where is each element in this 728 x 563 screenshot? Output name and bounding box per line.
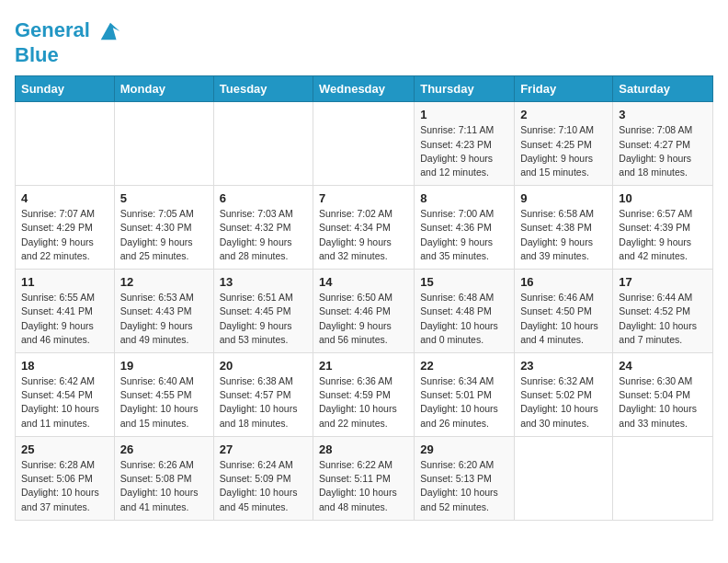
day-number: 9 — [520, 191, 607, 205]
day-number: 23 — [520, 359, 607, 373]
day-cell: 21Sunrise: 6:36 AM Sunset: 4:59 PM Dayli… — [313, 353, 415, 437]
day-cell: 2Sunrise: 7:10 AM Sunset: 4:25 PM Daylig… — [515, 102, 613, 186]
day-info: Sunrise: 7:08 AM Sunset: 4:27 PM Dayligh… — [619, 123, 707, 179]
day-number: 19 — [120, 359, 208, 373]
day-number: 12 — [120, 275, 208, 289]
weekday-monday: Monday — [114, 76, 213, 102]
day-cell: 6Sunrise: 7:03 AM Sunset: 4:32 PM Daylig… — [213, 186, 313, 270]
day-info: Sunrise: 6:32 AM Sunset: 5:02 PM Dayligh… — [520, 374, 607, 431]
day-cell: 7Sunrise: 7:02 AM Sunset: 4:34 PM Daylig… — [313, 186, 415, 270]
weekday-tuesday: Tuesday — [213, 76, 313, 102]
day-cell: 27Sunrise: 6:24 AM Sunset: 5:09 PM Dayli… — [213, 436, 313, 520]
weekday-sunday: Sunday — [16, 76, 115, 102]
day-info: Sunrise: 7:10 AM Sunset: 4:25 PM Dayligh… — [520, 123, 607, 179]
day-number: 14 — [319, 275, 408, 289]
day-number: 10 — [619, 191, 707, 205]
day-number: 11 — [21, 275, 108, 289]
day-info: Sunrise: 6:48 AM Sunset: 4:48 PM Dayligh… — [420, 291, 508, 347]
weekday-header-row: SundayMondayTuesdayWednesdayThursdayFrid… — [16, 76, 713, 102]
week-row-3: 18Sunrise: 6:42 AM Sunset: 4:54 PM Dayli… — [16, 353, 713, 437]
page: General Blue SundayMondayTuesdayWednesda… — [0, 0, 728, 530]
day-number: 28 — [319, 442, 408, 456]
day-number: 21 — [319, 359, 408, 373]
day-number: 8 — [420, 191, 508, 205]
day-info: Sunrise: 7:05 AM Sunset: 4:30 PM Dayligh… — [120, 207, 208, 263]
logo-general: General — [15, 18, 90, 41]
day-info: Sunrise: 6:30 AM Sunset: 5:04 PM Dayligh… — [619, 374, 707, 431]
day-number: 29 — [420, 442, 508, 456]
logo: General Blue — [15, 18, 123, 66]
day-info: Sunrise: 6:34 AM Sunset: 5:01 PM Dayligh… — [420, 374, 508, 431]
day-info: Sunrise: 6:42 AM Sunset: 4:54 PM Dayligh… — [21, 374, 108, 431]
day-number: 25 — [21, 442, 108, 456]
weekday-wednesday: Wednesday — [313, 76, 415, 102]
week-row-2: 11Sunrise: 6:55 AM Sunset: 4:41 PM Dayli… — [16, 270, 713, 353]
day-cell: 25Sunrise: 6:28 AM Sunset: 5:06 PM Dayli… — [16, 436, 115, 520]
day-cell: 4Sunrise: 7:07 AM Sunset: 4:29 PM Daylig… — [16, 186, 115, 270]
weekday-thursday: Thursday — [415, 76, 515, 102]
day-number: 4 — [21, 191, 108, 205]
day-cell: 3Sunrise: 7:08 AM Sunset: 4:27 PM Daylig… — [613, 102, 713, 186]
day-info: Sunrise: 6:57 AM Sunset: 4:39 PM Dayligh… — [619, 207, 707, 263]
day-info: Sunrise: 6:40 AM Sunset: 4:55 PM Dayligh… — [120, 374, 208, 431]
day-number: 1 — [420, 108, 508, 121]
day-cell — [213, 102, 313, 186]
day-number: 7 — [319, 191, 408, 205]
day-cell — [613, 436, 713, 520]
day-number: 24 — [619, 359, 707, 373]
day-number: 13 — [220, 275, 307, 289]
day-info: Sunrise: 7:11 AM Sunset: 4:23 PM Dayligh… — [420, 123, 508, 179]
day-cell: 16Sunrise: 6:46 AM Sunset: 4:50 PM Dayli… — [515, 270, 613, 353]
day-info: Sunrise: 6:44 AM Sunset: 4:52 PM Dayligh… — [619, 291, 707, 347]
day-cell: 17Sunrise: 6:44 AM Sunset: 4:52 PM Dayli… — [613, 270, 713, 353]
day-info: Sunrise: 6:36 AM Sunset: 4:59 PM Dayligh… — [319, 374, 408, 431]
day-cell: 12Sunrise: 6:53 AM Sunset: 4:43 PM Dayli… — [114, 270, 213, 353]
day-number: 18 — [21, 359, 108, 373]
day-cell: 18Sunrise: 6:42 AM Sunset: 4:54 PM Dayli… — [16, 353, 115, 437]
day-number: 2 — [520, 108, 607, 121]
day-info: Sunrise: 7:03 AM Sunset: 4:32 PM Dayligh… — [220, 207, 307, 263]
logo-blue: Blue — [15, 44, 123, 66]
day-cell: 20Sunrise: 6:38 AM Sunset: 4:57 PM Dayli… — [213, 353, 313, 437]
day-info: Sunrise: 6:50 AM Sunset: 4:46 PM Dayligh… — [319, 291, 408, 347]
day-info: Sunrise: 6:22 AM Sunset: 5:11 PM Dayligh… — [319, 458, 408, 514]
day-info: Sunrise: 7:00 AM Sunset: 4:36 PM Dayligh… — [420, 207, 508, 263]
day-cell: 26Sunrise: 6:26 AM Sunset: 5:08 PM Dayli… — [114, 436, 213, 520]
weekday-saturday: Saturday — [613, 76, 713, 102]
day-cell: 10Sunrise: 6:57 AM Sunset: 4:39 PM Dayli… — [613, 186, 713, 270]
calendar-table: SundayMondayTuesdayWednesdayThursdayFrid… — [15, 75, 713, 520]
day-number: 20 — [220, 359, 307, 373]
day-info: Sunrise: 6:26 AM Sunset: 5:08 PM Dayligh… — [120, 458, 208, 514]
day-info: Sunrise: 6:20 AM Sunset: 5:13 PM Dayligh… — [420, 458, 508, 514]
week-row-1: 4Sunrise: 7:07 AM Sunset: 4:29 PM Daylig… — [16, 186, 713, 270]
svg-marker-0 — [101, 23, 120, 40]
day-cell: 11Sunrise: 6:55 AM Sunset: 4:41 PM Dayli… — [16, 270, 115, 353]
day-info: Sunrise: 6:51 AM Sunset: 4:45 PM Dayligh… — [220, 291, 307, 347]
day-cell: 8Sunrise: 7:00 AM Sunset: 4:36 PM Daylig… — [415, 186, 515, 270]
day-info: Sunrise: 6:53 AM Sunset: 4:43 PM Dayligh… — [120, 291, 208, 347]
day-cell: 19Sunrise: 6:40 AM Sunset: 4:55 PM Dayli… — [114, 353, 213, 437]
day-cell — [16, 102, 115, 186]
day-cell: 5Sunrise: 7:05 AM Sunset: 4:30 PM Daylig… — [114, 186, 213, 270]
day-info: Sunrise: 6:28 AM Sunset: 5:06 PM Dayligh… — [21, 458, 108, 514]
day-number: 17 — [619, 275, 707, 289]
day-info: Sunrise: 6:58 AM Sunset: 4:38 PM Dayligh… — [520, 207, 607, 263]
day-number: 3 — [619, 108, 707, 121]
day-number: 5 — [120, 191, 208, 205]
week-row-4: 25Sunrise: 6:28 AM Sunset: 5:06 PM Dayli… — [16, 436, 713, 520]
day-cell: 13Sunrise: 6:51 AM Sunset: 4:45 PM Dayli… — [213, 270, 313, 353]
day-cell: 14Sunrise: 6:50 AM Sunset: 4:46 PM Dayli… — [313, 270, 415, 353]
day-info: Sunrise: 6:55 AM Sunset: 4:41 PM Dayligh… — [21, 291, 108, 347]
day-number: 22 — [420, 359, 508, 373]
day-info: Sunrise: 7:02 AM Sunset: 4:34 PM Dayligh… — [319, 207, 408, 263]
day-cell: 9Sunrise: 6:58 AM Sunset: 4:38 PM Daylig… — [515, 186, 613, 270]
day-number: 27 — [220, 442, 307, 456]
day-cell: 1Sunrise: 7:11 AM Sunset: 4:23 PM Daylig… — [415, 102, 515, 186]
day-cell: 23Sunrise: 6:32 AM Sunset: 5:02 PM Dayli… — [515, 353, 613, 437]
day-cell — [313, 102, 415, 186]
day-info: Sunrise: 6:38 AM Sunset: 4:57 PM Dayligh… — [220, 374, 307, 431]
day-info: Sunrise: 6:46 AM Sunset: 4:50 PM Dayligh… — [520, 291, 607, 347]
day-number: 16 — [520, 275, 607, 289]
header: General Blue — [15, 15, 713, 66]
day-number: 15 — [420, 275, 508, 289]
